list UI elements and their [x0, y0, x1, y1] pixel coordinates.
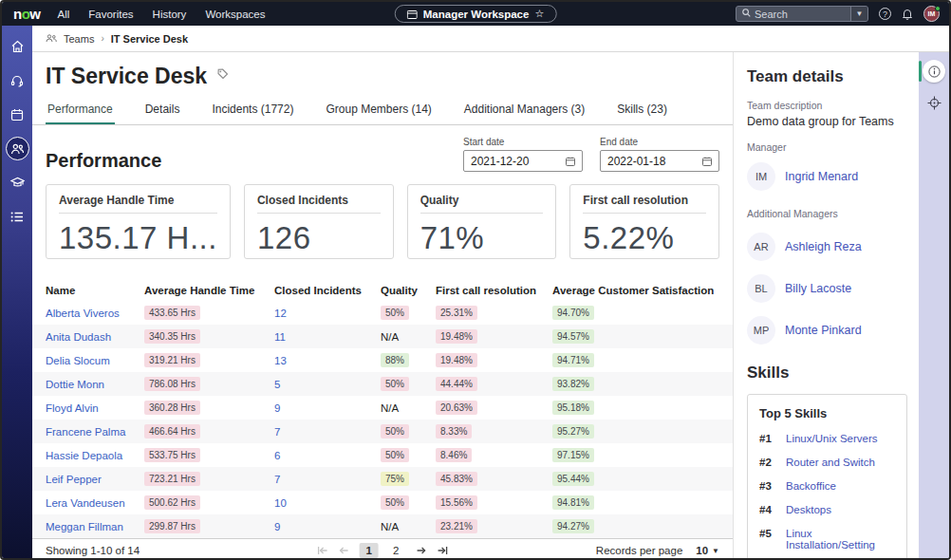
member-name-link[interactable]: Lera Vandeusen: [46, 497, 125, 509]
column-header[interactable]: Quality: [381, 285, 436, 296]
table-cell: Lera Vandeusen: [46, 497, 144, 509]
home-icon[interactable]: [6, 34, 29, 58]
table-cell: 7: [274, 426, 381, 438]
skill-link[interactable]: Linux/Unix Servers: [786, 433, 878, 444]
start-date-label: Start date: [463, 137, 583, 147]
pagination: 12: [317, 543, 449, 558]
notifications-bell-icon[interactable]: [902, 8, 913, 20]
closed-incidents-link[interactable]: 10: [274, 497, 287, 509]
help-icon[interactable]: ?: [879, 8, 891, 20]
tab-details[interactable]: Details: [143, 99, 182, 124]
table-cell: 319.21 Hrs: [144, 353, 274, 367]
manager-row: IM Ingrid Menard: [747, 162, 907, 191]
column-header[interactable]: Average Customer Satisfaction: [552, 285, 733, 296]
teams-icon[interactable]: [6, 137, 29, 160]
tab-group-members-14[interactable]: Group Members (14): [324, 99, 433, 124]
closed-incidents-link[interactable]: 12: [274, 308, 287, 319]
last-page-button[interactable]: [436, 546, 448, 555]
records-per-page-dropdown[interactable]: 10▼: [696, 545, 719, 556]
column-header[interactable]: Average Handle Time: [144, 285, 274, 296]
calendar-icon[interactable]: [566, 157, 575, 166]
search-scope-dropdown[interactable]: ▼: [850, 7, 867, 21]
calendar-icon[interactable]: [6, 103, 29, 126]
column-header[interactable]: Closed Incidents: [274, 285, 381, 296]
end-date-input[interactable]: 2022-01-18: [600, 150, 719, 172]
table-row: Dottie Monn786.08 Hrs550%44.44%93.82%: [32, 372, 733, 396]
member-name-link[interactable]: Leif Pepper: [46, 474, 102, 485]
closed-incidents-link[interactable]: 11: [274, 331, 286, 343]
manager-link[interactable]: Monte Pinkard: [785, 324, 862, 337]
breadcrumb-teams-link[interactable]: Teams: [64, 33, 94, 45]
member-name-link[interactable]: Anita Dudash: [46, 331, 111, 343]
skill-rank: #2: [759, 457, 776, 468]
column-header[interactable]: First call resolution: [436, 285, 552, 296]
first-page-button[interactable]: [317, 546, 329, 555]
table-row: Alberta Viveros433.65 Hrs1250%25.31%94.7…: [32, 301, 733, 325]
closed-incidents-link[interactable]: 5: [274, 379, 280, 390]
manager-link[interactable]: Ingrid Menard: [785, 170, 858, 183]
top-menu: AllFavoritesHistoryWorkspaces: [58, 9, 266, 20]
member-name-link[interactable]: Floyd Alvin: [46, 402, 99, 414]
list-icon[interactable]: [6, 205, 29, 229]
tab-additional-managers-3[interactable]: Additional Managers (3): [462, 99, 587, 124]
presence-dot: [935, 6, 941, 11]
workspace-switcher-button[interactable]: Manager Workspace ☆: [395, 5, 557, 23]
tab-performance[interactable]: Performance: [46, 99, 115, 124]
cell-value: N/A: [381, 402, 399, 414]
start-date-input[interactable]: 2021-12-20: [463, 150, 583, 172]
tag-icon[interactable]: [215, 67, 230, 85]
member-name-link[interactable]: Meggan Fillman: [46, 521, 123, 532]
member-name-link[interactable]: Hassie Depaola: [46, 450, 122, 461]
top-menu-item-workspaces[interactable]: Workspaces: [205, 9, 265, 20]
closed-incidents-link[interactable]: 7: [274, 426, 280, 438]
page-numbers: 12: [360, 543, 406, 558]
member-name-link[interactable]: Dottie Monn: [46, 379, 104, 390]
workspace-button-label: Manager Workspace: [423, 9, 530, 20]
page-number-2[interactable]: 2: [386, 543, 405, 558]
search-input[interactable]: Search ▼: [736, 6, 868, 22]
previous-page-button[interactable]: [339, 546, 350, 555]
table-cell: 466.64 Hrs: [144, 424, 274, 439]
skill-rank: #1: [759, 433, 776, 444]
calendar-icon[interactable]: [702, 157, 712, 166]
closed-incidents-link[interactable]: 6: [274, 450, 280, 461]
table-row: Anita Dudash340.35 Hrs11N/A19.48%94.57%: [32, 325, 733, 348]
member-name-link[interactable]: Delia Slocum: [46, 355, 110, 366]
skill-row: #3Backoffice: [759, 480, 895, 492]
top-menu-item-history[interactable]: History: [153, 9, 187, 20]
manager-link[interactable]: Ashleigh Reza: [785, 240, 862, 253]
table-cell: 95.27%: [552, 424, 733, 439]
tab-skills-23[interactable]: Skills (23): [615, 99, 669, 124]
breadcrumb-separator: ›: [101, 33, 103, 44]
table-cell: 7: [274, 474, 381, 485]
now-logo[interactable]: now: [13, 6, 41, 22]
closed-incidents-link[interactable]: 9: [274, 402, 280, 414]
main-content: IT Service Desk PerformanceDetailsIncide…: [32, 52, 733, 558]
headset-icon[interactable]: [6, 68, 29, 92]
skill-link[interactable]: Linux Installation/Setting: [786, 528, 895, 551]
top-menu-item-all[interactable]: All: [58, 9, 70, 20]
user-avatar[interactable]: IM: [923, 6, 940, 22]
graduation-cap-icon[interactable]: [6, 171, 29, 195]
column-header[interactable]: Name: [46, 285, 144, 296]
status-badge: 23.21%: [436, 519, 477, 533]
next-page-button[interactable]: [415, 546, 426, 555]
closed-incidents-link[interactable]: 13: [274, 355, 287, 366]
teams-icon: [46, 33, 57, 45]
member-name-link[interactable]: Alberta Viveros: [46, 308, 120, 319]
tab-incidents-1772[interactable]: Incidents (1772): [210, 99, 295, 124]
skill-link[interactable]: Desktops: [786, 504, 831, 515]
closed-incidents-link[interactable]: 9: [274, 521, 280, 532]
closed-incidents-link[interactable]: 7: [274, 474, 280, 485]
skill-link[interactable]: Backoffice: [786, 480, 836, 492]
manager-link[interactable]: Billy Lacoste: [785, 282, 851, 295]
favorite-star-icon[interactable]: ☆: [534, 8, 544, 20]
top-menu-item-favorites[interactable]: Favorites: [88, 9, 133, 20]
skill-link[interactable]: Router and Switch: [786, 457, 875, 468]
member-name-link[interactable]: Francene Palma: [46, 426, 125, 438]
table-cell: Delia Slocum: [46, 355, 144, 366]
page-number-1[interactable]: 1: [360, 543, 379, 558]
table-row: Leif Pepper723.21 Hrs775%45.83%95.44%: [32, 467, 733, 491]
crosshair-icon[interactable]: [927, 96, 942, 110]
info-icon[interactable]: [923, 60, 945, 83]
